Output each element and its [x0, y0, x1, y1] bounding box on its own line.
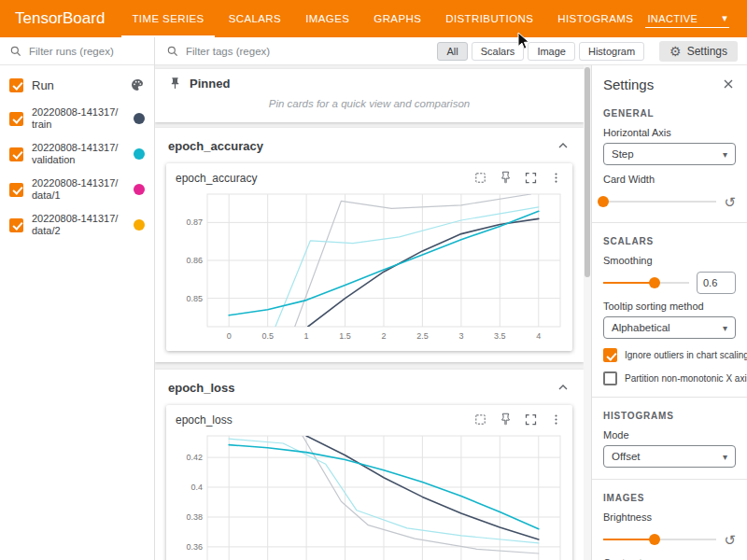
svg-text:4: 4	[536, 331, 541, 341]
reset-icon[interactable]: ↺	[724, 195, 736, 209]
chevron-down-icon: ▾	[723, 323, 727, 333]
theme-toggle-button[interactable]	[740, 7, 747, 31]
tooltip-sorting-value: Alphabetical	[612, 322, 670, 333]
svg-text:0.87: 0.87	[186, 217, 203, 227]
scrollbar-thumb[interactable]	[585, 67, 590, 277]
svg-text:0.5: 0.5	[261, 331, 274, 341]
nav-tabs: TIME SERIES SCALARS IMAGES GRAPHS DISTRI…	[120, 0, 645, 37]
run-color-dot[interactable]	[134, 219, 145, 231]
run-checkbox[interactable]	[9, 112, 23, 126]
tab-histograms[interactable]: HISTOGRAMS	[545, 0, 645, 37]
tag-type-chips: All Scalars Image Histogram	[437, 42, 644, 61]
section-epoch-loss: epoch_loss epoch_loss	[155, 370, 584, 560]
svg-text:0.42: 0.42	[186, 453, 203, 462]
close-icon[interactable]	[721, 77, 736, 91]
smoothing-input[interactable]	[697, 272, 736, 294]
run-label: 20220808-141317/data/2	[32, 213, 120, 237]
more-vert-icon[interactable]	[549, 413, 563, 427]
tab-time-series[interactable]: TIME SERIES	[120, 0, 216, 37]
pin-icon[interactable]	[499, 413, 513, 427]
reset-icon[interactable]: ↺	[724, 533, 736, 547]
ignore-outliers-checkbox[interactable]	[603, 348, 617, 362]
search-icon	[9, 45, 22, 58]
tab-distributions[interactable]: DISTRIBUTIONS	[433, 0, 545, 37]
run-checkbox[interactable]	[9, 218, 23, 232]
epoch-loss-chart[interactable]: 00.511.522.533.540.360.380.40.42	[174, 430, 565, 560]
chip-histogram[interactable]: Histogram	[579, 42, 644, 61]
pin-icon[interactable]	[499, 171, 513, 185]
chip-image[interactable]: Image	[528, 42, 575, 61]
horizontal-axis-select[interactable]: Step ▾	[603, 143, 736, 165]
section-title: epoch_accuracy	[168, 139, 263, 153]
status-dropdown[interactable]: INACTIVE ▾	[645, 9, 729, 28]
histogram-mode-select[interactable]: Offset ▾	[603, 445, 736, 468]
run-color-dot[interactable]	[134, 184, 145, 195]
partition-x-row[interactable]: Partition non-monotonic X axis i	[603, 371, 736, 385]
run-row[interactable]: 20220808-141317/data/2	[0, 207, 154, 243]
chip-all[interactable]: All	[437, 42, 467, 61]
images-heading: IMAGES	[603, 493, 736, 503]
brightness-slider[interactable]	[603, 533, 716, 546]
more-vert-icon[interactable]	[549, 171, 563, 185]
palette-icon[interactable]	[130, 77, 145, 92]
section-header[interactable]: epoch_accuracy	[155, 128, 584, 161]
gear-icon: ⚙	[669, 45, 682, 58]
tab-images[interactable]: IMAGES	[293, 0, 361, 37]
app-title[interactable]: TensorBoard	[0, 9, 120, 28]
settings-title: Settings	[603, 77, 654, 92]
scalars-heading: SCALARS	[603, 236, 736, 246]
run-row[interactable]: 20220808-141317/data/1	[0, 172, 154, 207]
chevron-down-icon: ▾	[722, 12, 727, 24]
tooltip-sorting-select[interactable]: Alphabetical ▾	[603, 316, 736, 339]
fit-domain-icon[interactable]	[473, 413, 487, 427]
runs-filter-input[interactable]	[29, 46, 132, 57]
scrollbar[interactable]	[584, 65, 591, 560]
runs-filter	[0, 37, 154, 65]
svg-text:0.85: 0.85	[186, 294, 203, 303]
run-row[interactable]: 20220808-141317/validation	[0, 136, 154, 172]
chart-title: epoch_loss	[176, 413, 233, 427]
run-checkbox[interactable]	[9, 183, 23, 197]
svg-text:3: 3	[458, 331, 463, 341]
run-row[interactable]: 20220808-141317/train	[0, 101, 154, 136]
partition-x-label: Partition non-monotonic X axis	[625, 373, 747, 384]
run-label: 20220808-141317/data/1	[32, 177, 120, 202]
chevron-up-icon[interactable]	[556, 138, 571, 153]
run-color-dot[interactable]	[134, 148, 145, 160]
run-checkbox[interactable]	[9, 147, 23, 161]
ignore-outliers-row[interactable]: Ignore outliers in chart scaling	[603, 348, 736, 362]
topbar-actions: INACTIVE ▾ ⚙ ?	[645, 7, 747, 31]
smoothing-slider[interactable]	[603, 276, 689, 289]
fit-domain-icon[interactable]	[473, 171, 487, 185]
chip-scalars[interactable]: Scalars	[472, 42, 525, 61]
chevron-up-icon[interactable]	[556, 380, 571, 395]
svg-text:0.36: 0.36	[186, 542, 203, 552]
settings-button[interactable]: ⚙ Settings	[659, 41, 738, 62]
card-width-slider[interactable]	[603, 195, 716, 208]
chevron-down-icon: ▾	[723, 452, 727, 462]
svg-text:3.5: 3.5	[494, 331, 506, 341]
brightness-row: ↺	[603, 530, 736, 549]
settings-panel-header: Settings	[603, 73, 736, 95]
pinned-empty-message: Pin cards for a quick view and compariso…	[168, 91, 571, 119]
runs-column-label: Run	[32, 78, 121, 92]
fullscreen-icon[interactable]	[524, 171, 538, 185]
pin-icon	[168, 77, 182, 91]
svg-text:0: 0	[227, 331, 232, 341]
partition-x-checkbox[interactable]	[603, 371, 617, 385]
tab-scalars[interactable]: SCALARS	[217, 0, 294, 37]
card-width-label: Card Width	[603, 174, 736, 185]
tab-graphs[interactable]: GRAPHS	[361, 0, 433, 37]
select-all-runs-checkbox[interactable]	[9, 78, 23, 92]
epoch-accuracy-chart[interactable]: 00.511.522.533.540.850.860.87	[174, 189, 565, 349]
divider	[592, 222, 747, 223]
run-color-dot[interactable]	[134, 113, 145, 124]
fullscreen-icon[interactable]	[524, 413, 538, 427]
section-header[interactable]: epoch_loss	[155, 370, 584, 403]
section-epoch-accuracy: epoch_accuracy epoch_accuracy	[155, 128, 584, 362]
tags-filter-input[interactable]	[186, 46, 373, 57]
general-heading: GENERAL	[603, 108, 736, 119]
tags-toolbar: All Scalars Image Histogram ⚙ Settings	[155, 37, 747, 65]
pinned-section: Pinned Pin cards for a quick view and co…	[155, 69, 584, 122]
svg-text:1: 1	[304, 331, 309, 341]
